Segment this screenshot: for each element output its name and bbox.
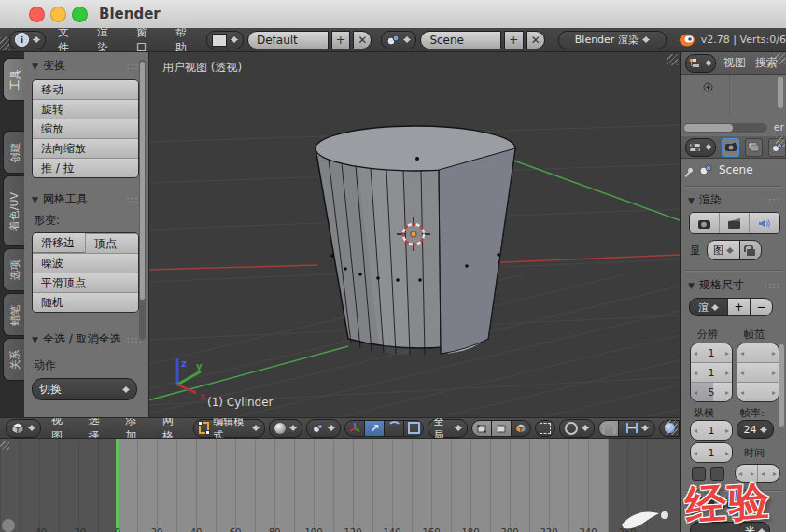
pivot-selector[interactable]	[306, 419, 341, 438]
manipulator-scale-toggle[interactable]	[403, 420, 424, 437]
proportional-edit-selector[interactable]	[559, 419, 595, 438]
render-still-button[interactable]	[690, 213, 720, 233]
aspect-y-stepper[interactable]: 1	[691, 443, 732, 462]
action-dropdown[interactable]: 切换	[32, 378, 137, 400]
tab-render-layers[interactable]	[745, 138, 763, 157]
outliner-item-text[interactable]: er	[774, 121, 784, 133]
add-layout-button[interactable]: +	[331, 31, 350, 49]
area-corner-handle[interactable]	[667, 54, 678, 65]
shrink-fatten-button[interactable]: 法向缩放	[33, 138, 138, 158]
timeline-playhead[interactable]	[116, 439, 119, 532]
area-corner-handle[interactable]	[665, 420, 678, 435]
outliner-hscrollbar[interactable]	[683, 123, 767, 133]
render-animation-button[interactable]	[720, 213, 750, 233]
mode-selector[interactable]: 编辑模式	[193, 419, 266, 438]
tab-create[interactable]: 创建	[3, 131, 25, 174]
expand-item-icon[interactable]	[703, 82, 713, 92]
render-audio-button[interactable]	[750, 213, 779, 233]
display-mode-dropdown[interactable]: 图	[707, 240, 740, 260]
tab-relations[interactable]: 关系	[3, 338, 25, 381]
panel-header-mesh-tools[interactable]: ▼ 网格工具 ::::	[24, 186, 148, 211]
noise-button[interactable]: 噪波	[33, 253, 138, 273]
edge-select-toggle[interactable]	[491, 420, 512, 437]
editor-type-selector-info[interactable]	[9, 31, 46, 49]
tab-tools[interactable]: 工具	[3, 58, 25, 101]
snap-toggle[interactable]	[598, 420, 619, 437]
menu-mesh[interactable]: 网格	[156, 417, 189, 439]
area-corner-handle[interactable]	[774, 53, 785, 64]
frame-step-stepper[interactable]	[737, 382, 779, 401]
frame-end-stepper[interactable]	[737, 362, 779, 382]
viewport-3d[interactable]: z y x 用户视图 (透视) (1) Cylinder	[149, 52, 680, 417]
area-corner-handle[interactable]	[0, 441, 9, 450]
menu-select[interactable]: 选择	[82, 417, 116, 439]
panel-header-select-all[interactable]: ▼ 全选 / 取消全选 ::::	[24, 326, 148, 351]
panel-header-transform[interactable]: ▼ 变换 ::::	[24, 52, 148, 77]
cylinder-mesh[interactable]	[316, 126, 515, 355]
properties-scrollbar[interactable]	[779, 344, 784, 427]
tab-grease-pencil[interactable]: 蜡笔	[3, 293, 25, 336]
delete-scene-button[interactable]: ✕	[526, 31, 545, 49]
add-preset-button[interactable]: +	[727, 298, 751, 316]
menu-view[interactable]: 视图	[45, 417, 78, 439]
resolution-x-stepper[interactable]: 1	[691, 343, 732, 362]
face-select-toggle[interactable]	[511, 420, 531, 437]
frame-start-stepper[interactable]	[737, 343, 779, 362]
rotate-button[interactable]: 旋转	[33, 99, 138, 119]
viewport-shading-selector[interactable]	[269, 419, 302, 438]
add-scene-button[interactable]: +	[504, 31, 523, 49]
manipulator-rotate-toggle[interactable]	[384, 420, 404, 437]
viewport-canvas[interactable]: z y x	[149, 52, 680, 417]
maximize-window-button[interactable]	[72, 7, 88, 22]
screen-layout-selector[interactable]	[206, 31, 244, 49]
framerate-dropdown[interactable]: 24	[737, 420, 774, 439]
tab-render-properties[interactable]	[722, 138, 739, 157]
outliner-menu-view[interactable]: 视图	[722, 55, 748, 71]
randomize-button[interactable]: 随机	[33, 292, 138, 312]
panel-grip-icon[interactable]: ::::	[765, 195, 780, 205]
area-corner-handle[interactable]	[776, 137, 785, 147]
toolshelf-scrollbar[interactable]	[139, 60, 146, 340]
translate-button[interactable]: 移动	[33, 80, 138, 99]
minimize-window-button[interactable]	[50, 7, 66, 22]
editor-type-selector-properties[interactable]	[685, 138, 716, 157]
push-pull-button[interactable]: 推 / 拉	[33, 158, 138, 177]
menu-render[interactable]: 渲染	[89, 28, 124, 52]
aspect-x-stepper[interactable]: 1	[691, 421, 732, 440]
panel-header-render[interactable]: ▼ 渲染 ::::	[681, 189, 784, 210]
vertex-slide-button[interactable]: 顶点	[85, 233, 138, 253]
scale-button[interactable]: 缩放	[33, 119, 138, 138]
editor-type-selector-outliner[interactable]	[685, 54, 716, 73]
menu-add[interactable]: 添加	[119, 417, 152, 439]
limit-to-visible-toggle[interactable]	[535, 420, 555, 437]
render-engine-selector[interactable]: Blender 渲染	[558, 31, 667, 49]
outliner-vscrollbar[interactable]	[778, 77, 783, 108]
manipulator-translate-toggle[interactable]: ↗	[364, 420, 385, 437]
lock-interface-toggle[interactable]	[739, 240, 762, 260]
breadcrumb-scene[interactable]: Scene	[719, 163, 753, 176]
editor-type-selector-3d[interactable]	[6, 419, 41, 438]
manipulator-axes-toggle[interactable]	[344, 420, 365, 437]
close-window-button[interactable]	[29, 7, 45, 22]
menu-window[interactable]: 窗口	[128, 28, 163, 52]
outliner-content[interactable]: er	[681, 74, 786, 136]
menu-file[interactable]: 文件	[49, 28, 85, 52]
panel-grip-icon[interactable]: ::::	[765, 280, 780, 290]
menu-help[interactable]: 帮助	[167, 28, 203, 52]
resolution-y-stepper[interactable]: 1	[691, 362, 732, 382]
tab-options[interactable]: 选项	[3, 248, 25, 291]
delete-layout-button[interactable]: ✕	[353, 31, 372, 49]
timeline[interactable]: -40 -20 0 20 40 60 80 100 120 140 160 18…	[0, 439, 680, 532]
pin-icon[interactable]	[687, 166, 694, 173]
render-preset-dropdown[interactable]: 渲	[689, 298, 728, 316]
panel-header-dimensions[interactable]: ▼ 规格尺寸 ::::	[681, 273, 784, 295]
orientation-selector[interactable]: 全局	[428, 419, 468, 438]
edge-slide-button[interactable]: 滑移边	[33, 233, 85, 252]
vertex-select-toggle[interactable]	[471, 420, 492, 437]
smooth-vertex-button[interactable]: 平滑顶点	[33, 273, 138, 292]
scene-name-field[interactable]: Scene	[420, 31, 501, 49]
remove-preset-button[interactable]: −	[750, 298, 773, 316]
screen-layout-field[interactable]: Default	[247, 31, 329, 49]
resolution-percentage-slider[interactable]: 5	[691, 382, 732, 401]
area-corner-handle[interactable]	[0, 37, 9, 50]
